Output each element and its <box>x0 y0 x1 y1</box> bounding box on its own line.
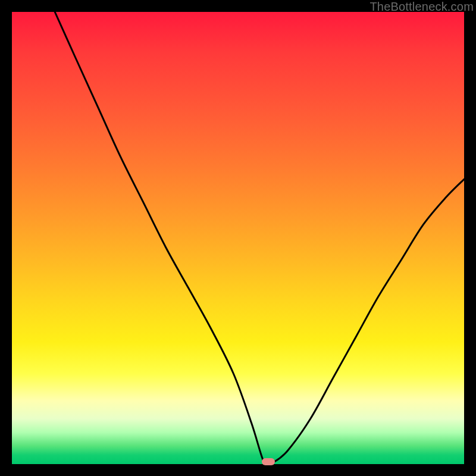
chart-frame: TheBottleneck.com <box>0 0 476 476</box>
valley-marker <box>262 458 275 465</box>
curve-svg <box>12 12 464 464</box>
plot-area <box>12 12 464 464</box>
bottleneck-curve-path <box>55 12 464 463</box>
